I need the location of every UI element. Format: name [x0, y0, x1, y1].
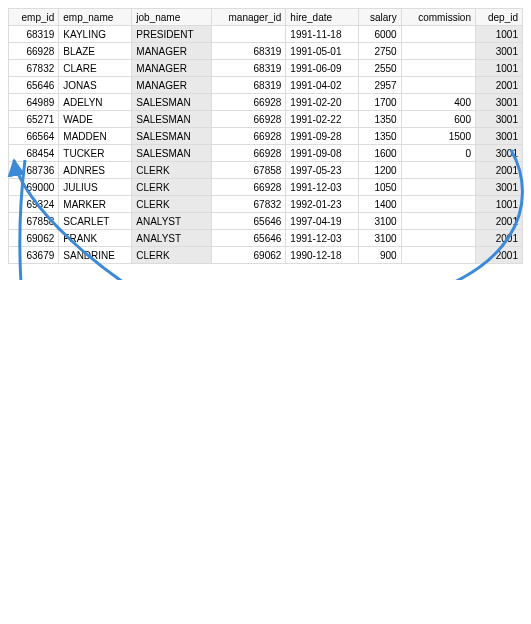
col-header-dep_id: dep_id	[475, 9, 522, 26]
table-row: 67832CLAREMANAGER683191991-06-0925501001	[9, 60, 523, 77]
cell-manager_id: 66928	[211, 145, 285, 162]
cell-manager_id: 66928	[211, 179, 285, 196]
cell-job_name: SALESMAN	[132, 128, 212, 145]
cell-manager_id: 65646	[211, 213, 285, 230]
cell-hire_date: 1991-12-03	[286, 179, 358, 196]
cell-emp_id: 67858	[9, 213, 59, 230]
cell-emp_name: MADDEN	[59, 128, 132, 145]
cell-hire_date: 1997-05-23	[286, 162, 358, 179]
col-header-manager_id: manager_id	[211, 9, 285, 26]
table-row: 69000JULIUSCLERK669281991-12-0310503001	[9, 179, 523, 196]
col-header-emp_name: emp_name	[59, 9, 132, 26]
cell-salary: 1400	[358, 196, 401, 213]
cell-emp_name: TUCKER	[59, 145, 132, 162]
cell-salary: 2550	[358, 60, 401, 77]
cell-dep_id: 1001	[475, 196, 522, 213]
cell-salary: 2750	[358, 43, 401, 60]
cell-hire_date: 1992-01-23	[286, 196, 358, 213]
cell-job_name: SALESMAN	[132, 111, 212, 128]
cell-job_name: SALESMAN	[132, 94, 212, 111]
cell-emp_name: WADE	[59, 111, 132, 128]
cell-emp_name: SCARLET	[59, 213, 132, 230]
cell-hire_date: 1991-09-08	[286, 145, 358, 162]
cell-dep_id: 3001	[475, 179, 522, 196]
cell-job_name: MANAGER	[132, 43, 212, 60]
cell-emp_id: 68454	[9, 145, 59, 162]
cell-hire_date: 1991-04-02	[286, 77, 358, 94]
col-header-job_name: job_name	[132, 9, 212, 26]
table-row: 63679SANDRINECLERK690621990-12-189002001	[9, 247, 523, 264]
cell-emp_id: 69062	[9, 230, 59, 247]
cell-manager_id: 68319	[211, 43, 285, 60]
cell-salary: 6000	[358, 26, 401, 43]
cell-manager_id: 66928	[211, 94, 285, 111]
cell-hire_date: 1991-02-22	[286, 111, 358, 128]
cell-dep_id: 1001	[475, 60, 522, 77]
cell-dep_id: 3001	[475, 111, 522, 128]
cell-dep_id: 2001	[475, 77, 522, 94]
cell-job_name: PRESIDENT	[132, 26, 212, 43]
cell-dep_id: 2001	[475, 213, 522, 230]
cell-salary: 2957	[358, 77, 401, 94]
cell-emp_id: 66928	[9, 43, 59, 60]
cell-job_name: CLERK	[132, 247, 212, 264]
cell-manager_id: 67858	[211, 162, 285, 179]
table-row: 69324MARKERCLERK678321992-01-2314001001	[9, 196, 523, 213]
cell-hire_date: 1991-12-03	[286, 230, 358, 247]
cell-commission	[401, 26, 475, 43]
cell-commission	[401, 196, 475, 213]
cell-commission	[401, 247, 475, 264]
cell-commission: 0	[401, 145, 475, 162]
table-row: 68454TUCKERSALESMAN669281991-09-08160003…	[9, 145, 523, 162]
cell-commission: 600	[401, 111, 475, 128]
cell-emp_id: 68319	[9, 26, 59, 43]
col-header-salary: salary	[358, 9, 401, 26]
cell-dep_id: 2001	[475, 162, 522, 179]
cell-hire_date: 1991-11-18	[286, 26, 358, 43]
cell-job_name: CLERK	[132, 162, 212, 179]
cell-manager_id	[211, 26, 285, 43]
cell-emp_name: ADELYN	[59, 94, 132, 111]
cell-commission	[401, 162, 475, 179]
cell-emp_id: 63679	[9, 247, 59, 264]
table-row: 66928BLAZEMANAGER683191991-05-0127503001	[9, 43, 523, 60]
cell-hire_date: 1997-04-19	[286, 213, 358, 230]
cell-dep_id: 1001	[475, 26, 522, 43]
cell-job_name: ANALYST	[132, 213, 212, 230]
cell-emp_name: ADNRES	[59, 162, 132, 179]
cell-commission	[401, 43, 475, 60]
cell-salary: 1200	[358, 162, 401, 179]
cell-commission: 1500	[401, 128, 475, 145]
cell-salary: 1350	[358, 111, 401, 128]
cell-hire_date: 1991-09-28	[286, 128, 358, 145]
cell-salary: 3100	[358, 213, 401, 230]
cell-emp_id: 64989	[9, 94, 59, 111]
cell-dep_id: 2001	[475, 230, 522, 247]
cell-emp_name: BLAZE	[59, 43, 132, 60]
col-header-commission: commission	[401, 9, 475, 26]
table-row: 66564MADDENSALESMAN669281991-09-28135015…	[9, 128, 523, 145]
cell-salary: 1050	[358, 179, 401, 196]
cell-salary: 1700	[358, 94, 401, 111]
cell-manager_id: 65646	[211, 230, 285, 247]
cell-dep_id: 2001	[475, 247, 522, 264]
cell-manager_id: 68319	[211, 77, 285, 94]
cell-manager_id: 66928	[211, 128, 285, 145]
cell-emp_name: CLARE	[59, 60, 132, 77]
cell-dep_id: 3001	[475, 43, 522, 60]
cell-emp_id: 69324	[9, 196, 59, 213]
table-row: 67858SCARLETANALYST656461997-04-19310020…	[9, 213, 523, 230]
cell-job_name: SALESMAN	[132, 145, 212, 162]
cell-dep_id: 3001	[475, 94, 522, 111]
cell-manager_id: 66928	[211, 111, 285, 128]
table-row: 69062FRANKANALYST656461991-12-0331002001	[9, 230, 523, 247]
cell-job_name: MANAGER	[132, 77, 212, 94]
cell-job_name: ANALYST	[132, 230, 212, 247]
cell-manager_id: 69062	[211, 247, 285, 264]
cell-manager_id: 68319	[211, 60, 285, 77]
cell-emp_id: 69000	[9, 179, 59, 196]
cell-emp_id: 65271	[9, 111, 59, 128]
cell-emp_name: SANDRINE	[59, 247, 132, 264]
cell-commission	[401, 77, 475, 94]
cell-job_name: CLERK	[132, 196, 212, 213]
